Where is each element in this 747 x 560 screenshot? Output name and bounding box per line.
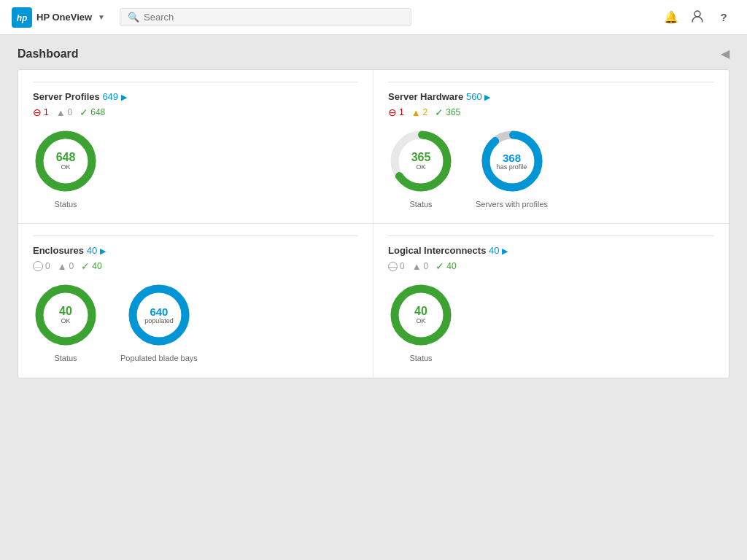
enc-donut-populated-label: populated: [144, 317, 174, 324]
enc-ok-count: 40: [92, 261, 101, 271]
server-profiles-badges: ⊖ 1 ▲ 0 ✓ 648: [33, 106, 358, 118]
enc-status-chart[interactable]: 40 OK Status: [33, 282, 98, 362]
enc-donut-populated-center: 640 populated: [144, 306, 174, 324]
user-icon: [691, 9, 704, 26]
dashboard-grid: Server Profiles 649 ▶ ⊖ 1 ▲ 0 ✓ 648: [18, 70, 729, 378]
enc-ok-icon: ✓: [81, 260, 90, 272]
enclosures-charts: 40 OK Status: [33, 282, 358, 362]
enc-donut-center: 40 OK: [59, 306, 72, 324]
hp-logo-icon: hp: [12, 7, 32, 28]
sh-status-chart[interactable]: 365 OK Status: [388, 128, 454, 209]
enc-error-badge: — 0: [33, 261, 50, 271]
li-ok-icon: ✓: [436, 260, 444, 272]
error-badge: ⊖ 1: [33, 106, 49, 118]
dropdown-chevron-icon[interactable]: ▼: [98, 13, 105, 21]
svg-text:hp: hp: [17, 13, 28, 23]
enc-ok-badge: ✓ 40: [81, 260, 101, 272]
logical-interconnects-badges: — 0 ▲ 0 ✓ 40: [388, 260, 714, 272]
li-warning-badge: ▲ 0: [412, 261, 429, 272]
li-chart-label-status: Status: [409, 354, 432, 362]
enc-error-count: 0: [45, 261, 50, 271]
server-profiles-charts: 648 OK Status: [33, 128, 358, 209]
enc-populated-chart[interactable]: 640 populated Populated blade bays: [120, 282, 198, 362]
sh-donut-center: 365 OK: [411, 152, 431, 171]
enc-donut-status: 40 OK: [33, 282, 98, 348]
page-title: Dashboard: [18, 47, 79, 61]
sh-error-icon: ⊖: [388, 106, 397, 118]
server-profiles-section: Server Profiles 649 ▶ ⊖ 1 ▲ 0 ✓ 648: [18, 70, 374, 224]
enc-warning-count: 0: [69, 261, 74, 271]
li-donut-label: OK: [416, 317, 425, 324]
server-hardware-title: Server Hardware 560 ▶: [388, 91, 714, 102]
enc-donut-populated-value: 640: [150, 306, 168, 317]
enc-donut-populated: 640 populated: [126, 282, 192, 348]
error-count: 1: [44, 107, 49, 117]
app-name: HP OneView: [36, 12, 92, 23]
error-icon: ⊖: [33, 106, 42, 118]
sh-donut-label: OK: [416, 163, 425, 171]
sh-donut-status: 365 OK: [388, 128, 454, 194]
sh-donut-profiles-center: 368 has profile: [497, 152, 527, 171]
bell-icon: 🔔: [664, 10, 678, 24]
enclosures-badges: — 0 ▲ 0 ✓ 40: [33, 260, 358, 272]
topnav-actions: 🔔 ?: [659, 6, 735, 29]
collapse-button[interactable]: ◀: [721, 47, 729, 61]
enc-warning-icon: ▲: [58, 261, 67, 272]
logical-interconnects-charts: 40 OK Status: [388, 282, 714, 362]
server-hardware-badges: ⊖ 1 ▲ 2 ✓ 365: [388, 106, 714, 118]
sh-chart-label-status: Status: [409, 200, 432, 209]
warning-badge: ▲ 0: [56, 107, 73, 118]
sh-profiles-chart[interactable]: 368 has profile Servers with profiles: [476, 128, 548, 209]
ok-badge: ✓ 648: [80, 106, 105, 118]
li-donut-center: 40 OK: [414, 306, 427, 324]
enc-chart-label-status: Status: [54, 354, 77, 362]
page-body: Dashboard ◀ Server Profiles 649 ▶ ⊖ 1 ▲: [0, 35, 747, 390]
enc-donut-label: OK: [61, 317, 70, 324]
topnav: hp HP OneView ▼ 🔍 🔔 ?: [0, 0, 747, 35]
sh-ok-badge: ✓ 365: [435, 106, 460, 118]
search-icon: 🔍: [128, 12, 139, 23]
notifications-button[interactable]: 🔔: [659, 6, 683, 29]
search-input[interactable]: [144, 12, 403, 23]
warning-icon: ▲: [56, 107, 66, 118]
li-ok-badge: ✓ 40: [436, 260, 456, 272]
sh-donut-profiles-label: has profile: [497, 163, 527, 171]
donut-label: OK: [61, 163, 70, 171]
enc-donut-value: 40: [59, 306, 72, 317]
sh-ok-icon: ✓: [435, 106, 444, 118]
server-hardware-charts: 365 OK Status: [388, 128, 714, 209]
li-warning-count: 0: [424, 261, 429, 271]
server-profiles-status-chart[interactable]: 648 OK Status: [33, 128, 98, 209]
li-donut-value: 40: [414, 306, 427, 317]
help-button[interactable]: ?: [712, 6, 735, 29]
donut-chart-status: 648 OK: [33, 128, 98, 194]
ok-count: 648: [90, 107, 105, 117]
li-ok-count: 40: [446, 261, 456, 271]
server-profiles-count[interactable]: 649 ▶: [102, 91, 126, 102]
page-header: Dashboard ◀: [18, 47, 729, 61]
brand-logo[interactable]: hp HP OneView ▼: [12, 7, 105, 28]
enclosures-count[interactable]: 40 ▶: [87, 245, 106, 256]
logical-interconnects-count[interactable]: 40 ▶: [489, 245, 508, 256]
server-profiles-title: Server Profiles 649 ▶: [33, 91, 358, 102]
li-status-chart[interactable]: 40 OK Status: [388, 282, 454, 362]
server-hardware-count[interactable]: 560 ▶: [466, 91, 490, 102]
dashboard-card: Server Profiles 649 ▶ ⊖ 1 ▲ 0 ✓ 648: [18, 69, 729, 378]
warning-count: 0: [68, 107, 73, 117]
li-warning-icon: ▲: [412, 261, 422, 272]
sh-error-badge: ⊖ 1: [388, 106, 404, 118]
enc-error-icon: —: [33, 261, 43, 271]
donut-center: 648 OK: [56, 152, 76, 171]
sh-warning-icon: ▲: [411, 107, 421, 118]
sh-warning-badge: ▲ 2: [411, 107, 428, 118]
logical-interconnects-section: Logical Interconnects 40 ▶ — 0 ▲ 0 ✓ 40: [374, 224, 729, 378]
li-donut-status: 40 OK: [388, 282, 454, 348]
sh-ok-count: 365: [446, 107, 460, 117]
user-button[interactable]: [686, 6, 709, 29]
sh-chart-label-profiles: Servers with profiles: [476, 200, 548, 209]
sh-error-count: 1: [399, 107, 404, 117]
sh-donut-profiles: 368 has profile: [479, 128, 545, 194]
server-hardware-section: Server Hardware 560 ▶ ⊖ 1 ▲ 2 ✓ 365: [374, 70, 729, 224]
enc-chart-label-populated: Populated blade bays: [120, 354, 198, 362]
ok-icon: ✓: [80, 106, 88, 118]
